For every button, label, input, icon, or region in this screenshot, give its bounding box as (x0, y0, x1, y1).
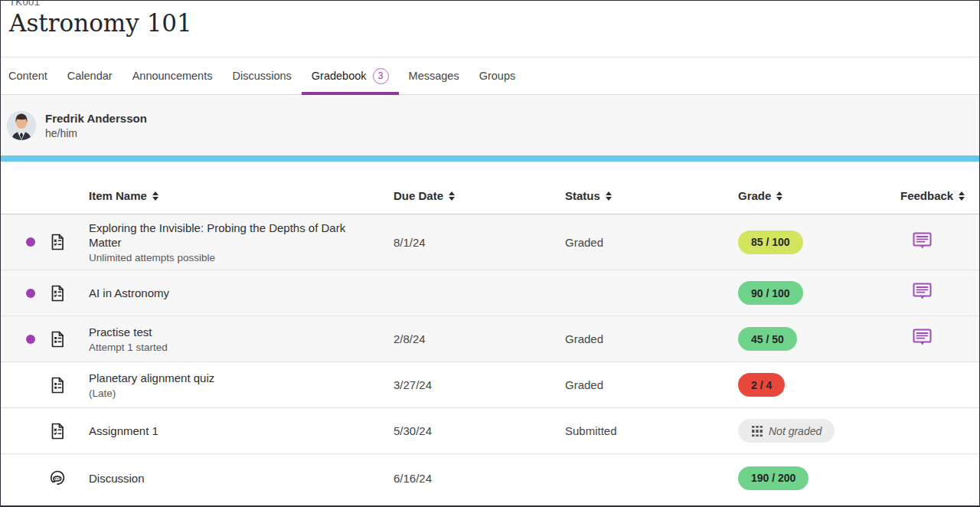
table-row[interactable]: Practise test Attempt 1 started 2/8/24 G… (1, 316, 979, 362)
discussion-icon (48, 469, 67, 487)
item-name[interactable]: Exploring the Invisible: Probing the Dep… (89, 221, 394, 250)
feedback-comment-icon[interactable] (912, 327, 933, 348)
tab-announcements[interactable]: Announcements (122, 57, 223, 94)
tab-label: Messages (409, 70, 459, 82)
student-pronouns: he/him (45, 127, 147, 139)
feedback-comment-icon[interactable] (912, 281, 933, 302)
table-row[interactable]: Discussion 6/16/24 190 / 200 (1, 454, 979, 502)
due-date: 6/16/24 (394, 472, 565, 485)
column-header-label: Due Date (394, 189, 443, 202)
tab-label: Gradebook (312, 70, 367, 82)
test-icon (48, 233, 67, 251)
student-row[interactable]: Fredrik Andersson he/him (1, 95, 979, 155)
gradebook-count-badge: 3 (373, 68, 389, 84)
grade-pill[interactable]: 45 / 50 (738, 327, 797, 351)
sort-icon (776, 191, 782, 201)
grade-pill[interactable]: 2 / 4 (738, 373, 785, 397)
column-header-label: Feedback (900, 189, 953, 202)
status-text: Submitted (565, 424, 738, 437)
column-header-label: Item Name (89, 189, 147, 202)
column-header-status[interactable]: Status (565, 189, 738, 202)
tab-label: Content (8, 70, 47, 82)
column-header-feedback[interactable]: Feedback (900, 189, 979, 202)
avatar (7, 111, 36, 140)
tab-groups[interactable]: Groups (469, 57, 526, 94)
quiz-icon (48, 330, 67, 348)
tab-discussions[interactable]: Discussions (222, 57, 301, 94)
column-header-label: Status (565, 189, 600, 202)
test-icon (48, 284, 67, 303)
rubric-grid-icon (751, 425, 763, 437)
item-name[interactable]: Practise test (89, 325, 394, 339)
tab-gradebook[interactable]: Gradebook 3 (302, 57, 399, 94)
item-subtext: (Late) (89, 388, 394, 399)
grade-pill[interactable]: 90 / 100 (738, 281, 803, 305)
new-activity-dot (26, 335, 35, 344)
accent-divider-bar (1, 155, 979, 162)
tab-label: Announcements (132, 70, 213, 82)
item-name[interactable]: Discussion (89, 471, 394, 486)
sort-icon (449, 191, 455, 201)
item-subtext: Attempt 1 started (89, 342, 394, 353)
item-name[interactable]: Assignment 1 (89, 424, 394, 438)
tab-label: Groups (479, 70, 516, 82)
due-date: 3/27/24 (394, 378, 565, 391)
sort-icon (606, 191, 612, 201)
status-text: Graded (565, 236, 738, 249)
tab-label: Calendar (67, 70, 113, 82)
sort-icon (959, 191, 965, 201)
tab-messages[interactable]: Messages (399, 57, 469, 94)
new-activity-dot (26, 237, 35, 247)
item-name[interactable]: AI in Astronomy (89, 286, 394, 300)
table-row[interactable]: Planetary alignment quiz (Late) 3/27/24 … (1, 362, 979, 408)
column-header-label: Grade (738, 189, 771, 202)
tab-content[interactable]: Content (1, 57, 57, 94)
grade-value: Not graded (769, 425, 822, 437)
grade-pill[interactable]: 190 / 200 (738, 466, 808, 490)
grade-value: 2 / 4 (751, 379, 772, 391)
tab-label: Discussions (232, 70, 291, 82)
grade-pill[interactable]: Not graded (738, 419, 835, 443)
student-info: Fredrik Andersson he/him (45, 112, 147, 139)
column-header-grade[interactable]: Grade (738, 189, 900, 202)
due-date: 8/1/24 (394, 236, 565, 249)
item-name[interactable]: Planetary alignment quiz (89, 371, 394, 385)
column-header-item-name[interactable]: Item Name (89, 189, 394, 202)
grade-pill[interactable]: 85 / 100 (738, 231, 803, 254)
status-text: Graded (565, 378, 738, 391)
test-icon (48, 422, 67, 440)
new-activity-dot (26, 289, 35, 298)
grade-value: 90 / 100 (751, 287, 790, 299)
course-header: TK001 Astronomy 101 (1, 1, 979, 57)
student-name: Fredrik Andersson (45, 112, 147, 125)
due-date: 5/30/24 (394, 424, 565, 437)
table-row[interactable]: Assignment 1 5/30/24 Submitted Not grade… (1, 408, 979, 454)
due-date: 2/8/24 (394, 332, 565, 345)
grade-value: 190 / 200 (751, 472, 795, 484)
gradebook-rows: Exploring the Invisible: Probing the Dep… (1, 214, 979, 502)
gradebook-table-header: Item Name Due Date Status Grade Feedback (1, 162, 979, 214)
feedback-comment-icon[interactable] (912, 231, 933, 251)
page-title: Astronomy 101 (9, 10, 979, 38)
column-header-due-date[interactable]: Due Date (394, 189, 565, 202)
item-subtext: Unlimited attempts possible (89, 252, 394, 263)
gradebook-table: Item Name Due Date Status Grade Feedback (1, 162, 979, 502)
grade-value: 85 / 100 (751, 236, 790, 248)
course-code: TK001 (9, 1, 979, 8)
sort-icon (152, 191, 158, 201)
grade-value: 45 / 50 (751, 333, 784, 345)
table-row[interactable]: AI in Astronomy 90 / 100 (1, 270, 979, 316)
course-window: TK001 Astronomy 101 Content Calendar Ann… (0, 0, 980, 507)
quiz-icon (48, 376, 67, 394)
table-row[interactable]: Exploring the Invisible: Probing the Dep… (1, 214, 979, 270)
tab-calendar[interactable]: Calendar (57, 57, 122, 94)
course-tabbar: Content Calendar Announcements Discussio… (1, 57, 979, 95)
status-text: Graded (565, 332, 738, 345)
